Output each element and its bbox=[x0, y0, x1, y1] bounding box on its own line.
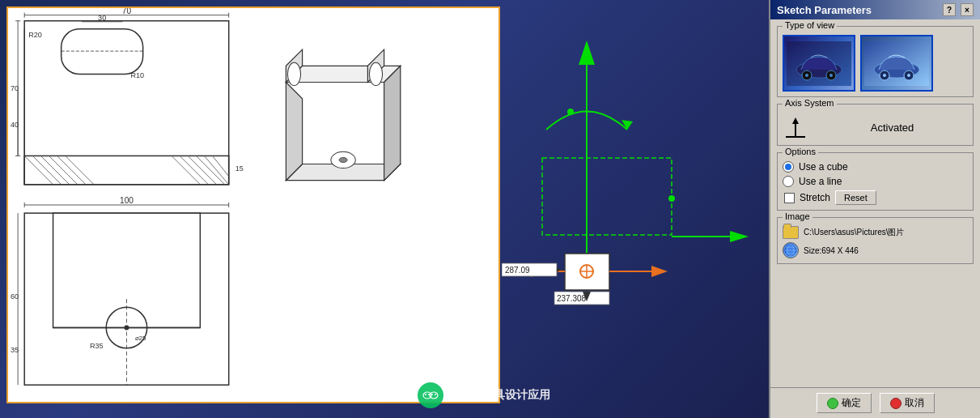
view-thumb-2[interactable] bbox=[860, 35, 933, 92]
close-button[interactable]: × bbox=[961, 3, 974, 16]
option-cube-row: Use a cube bbox=[783, 161, 968, 173]
stretch-label: Stretch bbox=[800, 192, 830, 203]
axis-system-content: Activated bbox=[783, 114, 968, 140]
globe-icon[interactable] bbox=[783, 242, 799, 258]
cancel-button[interactable]: 取消 bbox=[880, 393, 935, 413]
svg-line-17 bbox=[66, 156, 94, 184]
svg-marker-49 bbox=[286, 66, 400, 82]
wechat-logo bbox=[418, 382, 443, 408]
svg-text:15: 15 bbox=[235, 164, 244, 173]
svg-point-60 bbox=[567, 109, 574, 115]
svg-text:35: 35 bbox=[11, 346, 19, 354]
svg-line-18 bbox=[172, 156, 200, 184]
image-size: Size:694 X 446 bbox=[804, 246, 968, 255]
svg-text:40: 40 bbox=[11, 121, 19, 129]
svg-line-19 bbox=[180, 156, 208, 184]
radio-line[interactable] bbox=[783, 176, 794, 187]
image-path: C:\Users\asus\Pictures\图片 bbox=[804, 227, 968, 238]
options-content: Use a cube Use a line Stretch Reset bbox=[783, 161, 968, 205]
stretch-row: Stretch Reset bbox=[784, 190, 968, 205]
svg-text:100: 100 bbox=[120, 196, 134, 205]
svg-text:30: 30 bbox=[98, 14, 106, 22]
svg-marker-48 bbox=[286, 83, 302, 181]
image-content: C:\Users\asus\Pictures\图片 Size:694 X 446 bbox=[783, 226, 968, 258]
reset-button[interactable]: Reset bbox=[835, 190, 876, 205]
svg-point-99 bbox=[883, 74, 886, 77]
svg-point-86 bbox=[428, 394, 430, 395]
watermark: CATIA模具设计应用 bbox=[418, 382, 550, 408]
ok-button[interactable]: 确定 bbox=[817, 393, 872, 413]
svg-text:R20: R20 bbox=[28, 31, 42, 39]
image-label: Image bbox=[783, 211, 812, 221]
sketch-parameters-panel: Sketch Parameters ? × Type of view bbox=[769, 0, 980, 418]
drawing-board: 70 R20 30 R10 bbox=[6, 6, 500, 403]
svg-point-87 bbox=[431, 394, 433, 395]
svg-line-13 bbox=[32, 156, 61, 184]
image-section: Image C:\Users\asus\Pictures\图片 bbox=[777, 217, 974, 264]
options-section: Options Use a cube Use a line Stretch Re… bbox=[777, 152, 974, 211]
svg-rect-6 bbox=[62, 29, 143, 75]
svg-point-100 bbox=[907, 74, 910, 77]
axis-icon bbox=[783, 114, 808, 140]
svg-marker-65 bbox=[730, 231, 749, 242]
option-cube-label: Use a cube bbox=[799, 161, 848, 173]
svg-rect-61 bbox=[542, 158, 672, 235]
ok-icon bbox=[827, 398, 838, 409]
svg-text:237.308: 237.308 bbox=[557, 294, 587, 303]
axis-system-section: Axis System Activated bbox=[777, 104, 974, 146]
svg-marker-102 bbox=[792, 117, 799, 124]
axis-system-label: Axis System bbox=[783, 98, 837, 108]
folder-icon[interactable] bbox=[783, 226, 799, 239]
svg-line-22 bbox=[204, 156, 228, 184]
svg-text:70: 70 bbox=[11, 84, 19, 92]
options-label: Options bbox=[783, 147, 818, 156]
image-size-row: Size:694 X 446 bbox=[783, 242, 968, 258]
svg-text:⌀25: ⌀25 bbox=[135, 335, 146, 342]
titlebar-buttons: ? × bbox=[943, 3, 974, 16]
svg-line-14 bbox=[40, 156, 69, 184]
svg-point-54 bbox=[369, 62, 382, 85]
svg-text:287.09: 287.09 bbox=[505, 266, 530, 275]
svg-marker-71 bbox=[651, 266, 668, 277]
help-button[interactable]: ? bbox=[943, 3, 956, 16]
svg-marker-50 bbox=[384, 66, 401, 180]
svg-text:R10: R10 bbox=[131, 71, 145, 79]
svg-point-88 bbox=[435, 394, 436, 395]
panel-titlebar: Sketch Parameters ? × bbox=[770, 0, 980, 19]
view-thumb-1[interactable] bbox=[783, 35, 855, 92]
svg-point-56 bbox=[339, 157, 347, 162]
view-thumbnails bbox=[783, 35, 968, 92]
svg-line-16 bbox=[57, 156, 86, 184]
type-of-view-label: Type of view bbox=[783, 20, 837, 30]
option-line-label: Use a line bbox=[799, 176, 842, 187]
svg-point-52 bbox=[287, 62, 300, 85]
watermark-text: CATIA模具设计应用 bbox=[448, 388, 550, 403]
radio-cube[interactable] bbox=[783, 161, 794, 173]
svg-text:70: 70 bbox=[122, 8, 132, 15]
panel-footer: 确定 取消 bbox=[770, 387, 980, 418]
image-path-row: C:\Users\asus\Pictures\图片 bbox=[783, 226, 968, 239]
svg-point-94 bbox=[829, 74, 833, 77]
panel-body: Type of view bbox=[770, 19, 980, 387]
svg-line-23 bbox=[213, 156, 229, 176]
cancel-label: 取消 bbox=[905, 396, 924, 410]
compass-area: 287.09 237.308 bbox=[502, 24, 745, 397]
svg-line-21 bbox=[196, 156, 224, 184]
svg-line-12 bbox=[24, 156, 53, 184]
svg-point-93 bbox=[805, 74, 808, 77]
svg-text:60: 60 bbox=[11, 292, 19, 301]
ok-label: 确定 bbox=[842, 396, 861, 410]
stretch-checkbox[interactable] bbox=[784, 193, 795, 203]
svg-line-20 bbox=[188, 156, 216, 184]
svg-point-66 bbox=[668, 195, 675, 202]
svg-line-15 bbox=[49, 156, 78, 184]
cancel-icon bbox=[890, 398, 902, 409]
svg-point-85 bbox=[425, 394, 426, 395]
option-line-row: Use a line bbox=[783, 176, 968, 187]
svg-text:R35: R35 bbox=[90, 342, 104, 350]
main-canvas: 70 R20 30 R10 bbox=[0, 0, 769, 418]
svg-marker-59 bbox=[622, 120, 633, 130]
type-of-view-section: Type of view bbox=[777, 26, 974, 97]
view-thumb-1-inner bbox=[784, 36, 854, 90]
panel-title: Sketch Parameters bbox=[777, 4, 872, 16]
